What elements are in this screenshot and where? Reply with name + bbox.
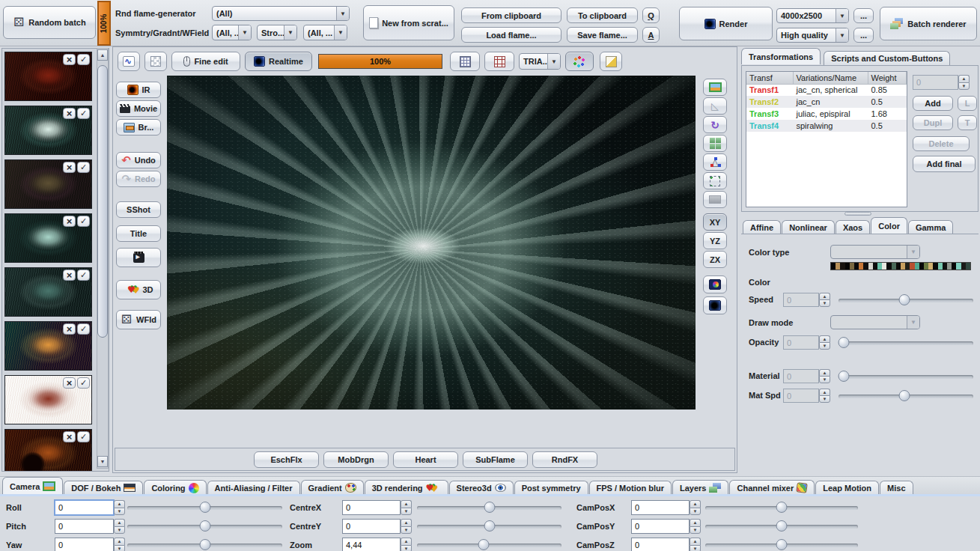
tab-anti-aliasing-filter[interactable]: Anti-Aliasing / Filter [207,481,300,496]
roll-slider[interactable] [127,501,282,514]
camposx-slider[interactable] [705,501,858,514]
mat-spd-slider[interactable] [839,389,973,403]
flame-thumb-7[interactable] [4,375,92,424]
thumbnail-checkbox[interactable] [77,162,90,173]
slider-thumb[interactable] [484,520,495,532]
transform-t-button[interactable]: T [958,115,977,130]
duplicate-transform-button[interactable]: Dupl [913,115,953,130]
new-from-scratch-button[interactable]: New from scrat... [363,5,454,40]
camposy-spinner[interactable]: ▲▼ [631,519,701,534]
tab-scripts-and-custom-buttons[interactable]: Scripts and Custom-Buttons [824,51,950,66]
realtime-toggle[interactable]: Realtime [245,52,312,71]
camposx-input[interactable] [631,500,690,515]
mat-spd-input[interactable] [783,389,819,403]
spin-down-button[interactable]: ▼ [114,526,125,535]
centrex-spinner[interactable]: ▲▼ [342,500,412,515]
scroll-down-button[interactable]: ▼ [97,456,108,467]
flame-thumb-2[interactable] [4,106,92,155]
movie-button[interactable]: Movie [116,100,161,117]
load-flame-button[interactable]: Load flame... [461,27,561,43]
slider-thumb[interactable] [776,539,788,550]
centrex-input[interactable] [342,500,401,515]
thumbnail-checkbox[interactable] [77,323,90,335]
material-spinner[interactable]: ▲▼ [783,369,830,383]
slider-thumb[interactable] [839,371,850,382]
fractal-preview-button[interactable] [703,296,727,314]
triangle-style-select[interactable]: TRIA... ▼ [519,53,561,70]
spin-up-button[interactable]: ▲ [690,500,701,508]
thumbnail-checkbox[interactable] [77,270,90,281]
mutation-heart-button[interactable]: Heart [393,451,458,468]
flame-thumb-4[interactable] [4,213,92,263]
thumbnail-checkbox[interactable] [77,431,90,442]
spin-down-button[interactable]: ▼ [690,526,701,535]
delete-thumbnail-button[interactable] [63,108,76,119]
camposz-input[interactable] [631,538,690,551]
sub-tab-gamma[interactable]: Gamma [908,220,953,235]
delete-thumbnail-button[interactable] [63,323,76,335]
table-row[interactable]: Transf2jac_cn0.5 [746,96,907,108]
mutation-eschflx-button[interactable]: EschFlx [254,451,319,468]
triangle-nodes-button[interactable] [703,153,727,171]
material-slider[interactable] [839,370,973,383]
speed-input[interactable] [783,293,819,307]
pitch-slider[interactable] [127,520,282,533]
quality-select[interactable]: High quality ▼ [776,28,849,43]
symmetry-select[interactable]: (All, ... ▼ [212,25,252,40]
slider-thumb[interactable] [484,502,495,513]
centrey-input[interactable] [342,519,401,534]
flame-thumb-5[interactable] [4,267,92,317]
flame-thumb-3[interactable] [4,159,92,209]
flame-preview-image[interactable] [167,76,696,410]
slider-thumb[interactable] [776,502,788,513]
blank-button[interactable] [703,191,727,208]
3d-button[interactable]: 3D [116,280,161,299]
spin-down-button[interactable]: ▼ [690,508,701,516]
roll-input[interactable] [55,500,114,515]
triangle-fill-toggle[interactable] [600,52,622,71]
sub-tab-xaos[interactable]: Xaos [836,220,870,235]
opacity-input[interactable] [783,335,819,350]
film-button[interactable] [116,248,161,267]
slider-thumb[interactable] [478,539,489,550]
add-final-transform-button[interactable]: Add final [913,156,976,172]
spin-up-button[interactable]: ▲ [401,519,412,526]
yaw-slider[interactable] [127,538,282,551]
spin-up-button[interactable]: ▲ [819,293,830,299]
transformations-table[interactable]: Transf Variations/Name Weight Transf1jac… [746,71,907,207]
pitch-spinner[interactable]: ▲▼ [55,519,125,534]
gradient-preview-strip[interactable] [830,262,971,270]
title-button[interactable]: Title [116,225,161,242]
spin-down-button[interactable]: ▼ [114,508,125,516]
thumbnail-checkbox[interactable] [77,54,90,65]
rnd-flame-generator-select[interactable]: (All) ▼ [212,6,350,21]
zoom-slider[interactable] [417,538,561,551]
delete-transform-button[interactable]: Delete [913,136,970,151]
slider-thumb[interactable] [839,337,850,348]
selection-grid-button[interactable] [703,172,727,189]
mutation-mobdrgn-button[interactable]: MobDrgn [323,451,389,468]
spin-up-button[interactable]: ▲ [958,75,970,82]
transparency-button[interactable] [144,52,167,71]
material-input[interactable] [783,369,819,383]
spin-down-button[interactable]: ▼ [114,545,125,551]
delete-thumbnail-button[interactable] [63,377,76,389]
redo-button[interactable]: Redo [116,171,161,187]
yaw-spinner[interactable]: ▲▼ [55,538,125,551]
sshot-button[interactable]: SShot [116,201,161,218]
speed-spinner[interactable]: ▲▼ [783,293,830,307]
table-row[interactable]: Transf3juliac, epispiral1.68 [746,108,907,120]
sub-tab-color[interactable]: Color [871,217,907,234]
quality-more-button[interactable]: ... [853,28,874,43]
tab-stereo3d[interactable]: Stereo3d [449,481,514,496]
sub-tab-affine[interactable]: Affine [743,220,781,235]
thumbnail-checkbox[interactable] [77,377,90,389]
quicksave-button[interactable]: Q [642,7,660,23]
quickload-button[interactable]: A [642,27,660,43]
batch-renderer-button[interactable]: Batch renderer [880,7,977,40]
curve-editor-button[interactable] [118,52,140,71]
spin-down-button[interactable]: ▼ [819,395,830,403]
opacity-spinner[interactable]: ▲▼ [783,335,830,350]
color-type-select[interactable]: ▼ [830,245,920,259]
wfld-button[interactable]: WFld [116,310,161,329]
